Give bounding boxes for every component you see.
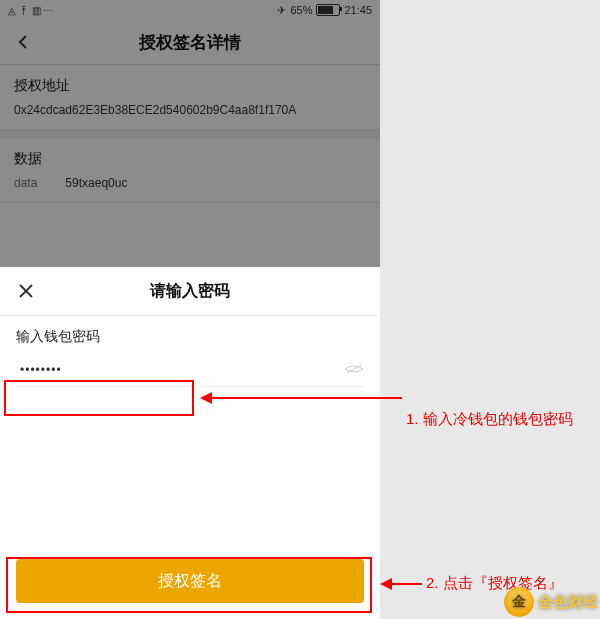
data-value: 59txaeq0uc [65,176,127,190]
password-input[interactable] [16,361,336,379]
sheet-header: 请输入密码 [0,267,380,316]
divider [0,130,380,138]
authorize-sign-button[interactable]: 授权签名 [16,559,364,603]
battery-percent: 65% [290,4,312,16]
status-right: ✈ 65% 21:45 [277,4,372,17]
phone-frame: ◬ ⭱ ▥ ⋯ ✈ 65% 21:45 授权签名详情 授权地址 0x24cdca… [0,0,380,619]
close-icon [19,284,33,298]
password-input-label: 输入钱包密码 [16,328,364,346]
chevron-left-icon [16,34,32,50]
status-left: ◬ ⭱ ▥ ⋯ [8,5,53,16]
data-section: 数据 data 59txaeq0uc [0,138,380,203]
watermark-logo: 金 [504,587,534,617]
arrow-line-2 [392,583,422,585]
address-label: 授权地址 [14,77,366,95]
password-sheet: 请输入密码 输入钱包密码 授权签名 [0,267,380,619]
arrow-head-1 [200,392,212,404]
data-key: data [14,176,37,190]
toggle-visibility-icon[interactable] [336,361,364,379]
watermark: 金 金色财经 [504,587,598,617]
annotation-step1: 1. 输入冷钱包的钱包密码 [406,410,573,429]
address-value: 0x24cdcad62E3Eb38ECE2d540602b9C4aa8f1f17… [14,103,366,117]
arrow-line-1 [212,397,402,399]
data-label: 数据 [14,150,366,168]
page-title: 授权签名详情 [139,31,241,54]
battery-icon [316,4,340,16]
close-button[interactable] [6,267,46,315]
sheet-title: 请输入密码 [150,281,230,302]
status-time: 21:45 [344,4,372,16]
nav-bar: 授权签名详情 [0,20,380,65]
back-button[interactable] [6,20,42,64]
watermark-brand: 金色财经 [538,593,598,612]
arrow-head-2 [380,578,392,590]
airplane-icon: ✈ [277,4,286,17]
status-bar: ◬ ⭱ ▥ ⋯ ✈ 65% 21:45 [0,0,380,20]
address-section: 授权地址 0x24cdcad62E3Eb38ECE2d540602b9C4aa8… [0,65,380,130]
